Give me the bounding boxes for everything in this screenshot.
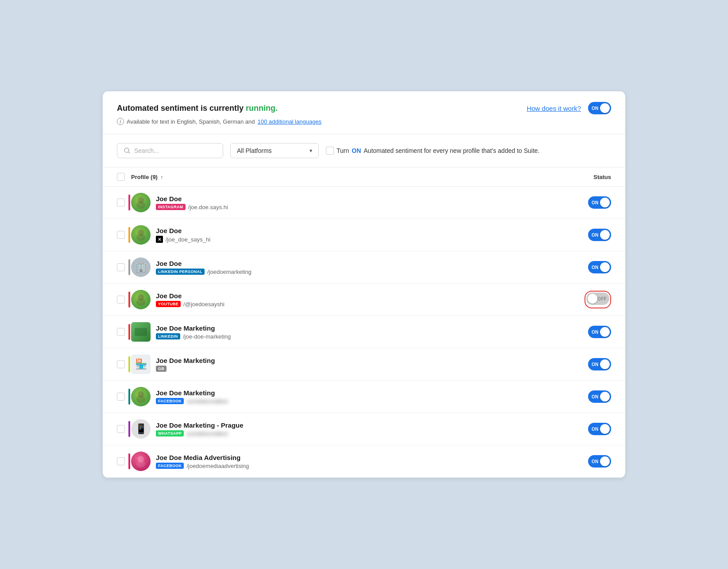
- profile-name: Joe Doe: [156, 195, 228, 203]
- select-all-checkbox[interactable]: [117, 173, 125, 181]
- platform-badge: FACEBOOK: [156, 398, 184, 404]
- store-avatar-icon: 🏪: [131, 355, 151, 374]
- profile-toggle[interactable]: OFF: [586, 292, 609, 305]
- profile-handle: /joe.doe.says.hi: [188, 204, 228, 210]
- profile-toggle[interactable]: ON: [588, 358, 611, 370]
- row-checkbox[interactable]: [117, 199, 125, 207]
- profile-name: Joe Doe Marketing - Prague: [156, 421, 244, 429]
- status-column-header: Status: [558, 174, 611, 180]
- row-status: OFF: [558, 291, 611, 308]
- row-checkbox[interactable]: [117, 457, 125, 465]
- avatar-container: [131, 387, 151, 406]
- platform-bar: [128, 324, 130, 340]
- profile-name: Joe Doe Marketing: [156, 389, 228, 397]
- profile-meta: ✕ /joe_doe_says_hi: [156, 236, 210, 243]
- profile-info: Joe Doe ✕ /joe_doe_says_hi: [131, 225, 558, 245]
- svg-point-3: [136, 202, 145, 209]
- svg-point-10: [136, 396, 145, 403]
- platform-bar: [128, 259, 130, 275]
- profile-meta: INSTAGRAM /joe.doe.says.hi: [156, 204, 228, 210]
- profile-details: Joe Doe ✕ /joe_doe_says_hi: [156, 227, 210, 243]
- platform-bar: [128, 453, 130, 469]
- title-prefix: Automated sentiment is currently: [117, 104, 246, 113]
- avatar-container: [131, 452, 151, 471]
- search-icon: [124, 147, 131, 154]
- table-row: Joe Doe YOUTUBE /@joedoesayshi OFF: [103, 284, 625, 316]
- profile-details: Joe Doe LINKEDIN PERSONAL /joedoemarketi…: [156, 260, 252, 275]
- avatar-container: [131, 225, 151, 245]
- svg-rect-8: [135, 328, 147, 336]
- row-checkbox[interactable]: [117, 360, 125, 368]
- platform-badge: GB: [156, 366, 167, 372]
- avatar-container: [131, 322, 151, 342]
- platform-badge: WHATSAPP: [156, 430, 184, 436]
- search-box[interactable]: [117, 143, 223, 158]
- how-does-it-work-link[interactable]: How does it work?: [527, 105, 581, 112]
- avatar-container: [131, 193, 151, 212]
- row-checkbox[interactable]: [117, 393, 125, 401]
- profile-toggle[interactable]: ON: [588, 390, 611, 403]
- table-row: Joe Doe INSTAGRAM /joe.doe.says.hi ON: [103, 187, 625, 219]
- row-status: ON: [558, 423, 611, 435]
- header-subtitle: i Available for text in English, Spanish…: [117, 118, 611, 125]
- svg-line-1: [128, 152, 130, 153]
- profile-handle: /joedoemarketing: [207, 269, 252, 275]
- row-checkbox[interactable]: [117, 425, 125, 433]
- sort-arrow-icon[interactable]: ↑: [160, 174, 163, 180]
- profile-info: 🏪 Joe Doe Marketing GB: [131, 355, 558, 374]
- row-checkbox[interactable]: [117, 328, 125, 336]
- platform-select-dropdown[interactable]: All Platforms ▾: [230, 143, 319, 158]
- info-icon: i: [117, 118, 124, 125]
- profile-handle-blurred: someblurredtext: [186, 430, 228, 437]
- global-toggle[interactable]: ON: [588, 102, 611, 114]
- svg-point-12: [136, 460, 145, 468]
- profile-details: Joe Doe INSTAGRAM /joe.doe.says.hi: [156, 195, 228, 210]
- profile-name: Joe Doe: [156, 227, 210, 234]
- avatar-container: 🏪: [131, 355, 151, 374]
- row-status: ON: [558, 196, 611, 209]
- profile-info: 📱 Joe Doe Marketing - Prague WHATSAPP so…: [131, 419, 558, 439]
- auto-label-on: ON: [352, 147, 361, 154]
- platform-select-value: All Platforms: [237, 147, 272, 154]
- auto-sentiment-checkbox[interactable]: [326, 147, 334, 155]
- main-card: Automated sentiment is currently running…: [103, 91, 625, 478]
- profile-toggle[interactable]: ON: [588, 455, 611, 468]
- platform-bar: [128, 195, 130, 210]
- platform-bar: [128, 421, 130, 437]
- platform-badge: LINKEDIN: [156, 333, 180, 339]
- profile-info: Joe Doe Media Advertising FACEBOOK /joed…: [131, 452, 558, 471]
- profile-meta: YOUTUBE /@joedoesayshi: [156, 301, 225, 308]
- avatar-container: [131, 290, 151, 309]
- row-checkbox[interactable]: [117, 231, 125, 239]
- platform-bar: [128, 356, 130, 372]
- table-row: Joe Doe Marketing LINKEDIN /joe-doe-mark…: [103, 316, 625, 348]
- profile-name: Joe Doe Media Advertising: [156, 454, 249, 461]
- table-row: 🏢 Joe Doe LINKEDIN PERSONAL /joedoemarke…: [103, 251, 625, 284]
- profile-meta: WHATSAPP someblurredtext: [156, 430, 244, 437]
- row-checkbox[interactable]: [117, 263, 125, 271]
- profile-details: Joe Doe YOUTUBE /@joedoesayshi: [156, 292, 225, 308]
- header-controls: How does it work? ON: [527, 102, 611, 114]
- profile-details: Joe Doe Marketing FACEBOOK someblurredte…: [156, 389, 228, 405]
- svg-point-7: [136, 299, 145, 306]
- profile-toggle[interactable]: ON: [588, 423, 611, 435]
- profile-details: Joe Doe Marketing - Prague WHATSAPP some…: [156, 421, 244, 437]
- row-status: ON: [558, 455, 611, 468]
- auto-label-prefix: Turn: [337, 147, 349, 154]
- table-row: Joe Doe ✕ /joe_doe_says_hi ON: [103, 219, 625, 251]
- profile-column-header[interactable]: Profile (9) ↑: [131, 174, 558, 180]
- profile-info: Joe Doe Marketing FACEBOOK someblurredte…: [131, 387, 558, 406]
- profile-details: Joe Doe Marketing LINKEDIN /joe-doe-mark…: [156, 324, 231, 340]
- profile-toggle[interactable]: ON: [588, 229, 611, 241]
- profile-meta: FACEBOOK someblurredtext: [156, 398, 228, 405]
- row-status: ON: [558, 261, 611, 273]
- profile-toggle-off-container: OFF: [585, 291, 611, 308]
- profile-toggle[interactable]: ON: [588, 326, 611, 338]
- row-checkbox[interactable]: [117, 296, 125, 304]
- additional-languages-link[interactable]: 100 additional languages: [258, 118, 322, 125]
- platform-badge: YOUTUBE: [156, 301, 181, 307]
- profile-toggle[interactable]: ON: [588, 196, 611, 209]
- search-input[interactable]: [134, 147, 217, 154]
- profile-handle: /joe-doe-marketing: [183, 333, 231, 340]
- profile-toggle[interactable]: ON: [588, 261, 611, 273]
